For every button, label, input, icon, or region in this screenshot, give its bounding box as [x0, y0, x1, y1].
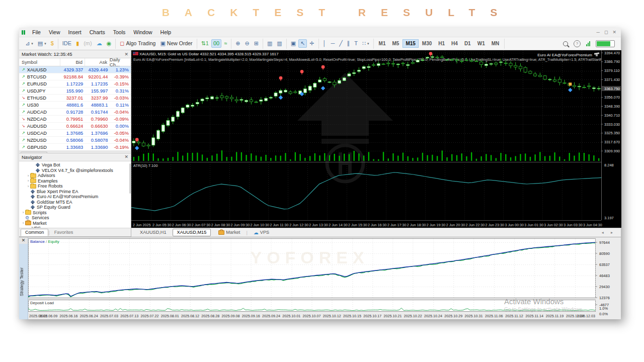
expand-icon[interactable]: ›: [21, 226, 25, 228]
close-icon[interactable]: ✕: [124, 154, 128, 159]
tab-favorites[interactable]: Favorites: [50, 229, 78, 236]
sell-marker-icon[interactable]: [135, 138, 139, 141]
zoom-in-button[interactable]: ⊕: [233, 39, 242, 48]
sell-marker-icon[interactable]: [429, 52, 433, 55]
expand-icon[interactable]: ›: [26, 173, 30, 178]
expand-icon[interactable]: ›: [26, 184, 30, 189]
text-tool-button[interactable]: T: [352, 39, 360, 48]
timeframe-w1[interactable]: W1: [474, 39, 488, 48]
algo-trading-button[interactable]: ◻Algo Trading: [118, 39, 157, 48]
help-icon[interactable]: ?: [574, 40, 581, 47]
horizontal-line-button[interactable]: ─: [329, 39, 337, 48]
sell-marker-icon[interactable]: [300, 70, 304, 73]
menu-insert[interactable]: Insert: [64, 28, 86, 36]
shapes-button[interactable]: ∷▾: [360, 39, 371, 48]
menu-view[interactable]: View: [45, 28, 64, 36]
ide-button[interactable]: IDE: [60, 39, 73, 48]
tree-item-blue-xpert-prime-ea[interactable]: Blue Xpert Prime EA: [19, 189, 131, 194]
table-row-us30[interactable]: ↗US3048881.648883.10.11%: [19, 102, 131, 109]
table-row-gbpusd[interactable]: ↗GBPUSD1.336831.33690-0.19%: [19, 144, 131, 151]
close-icon[interactable]: ✕: [124, 52, 128, 57]
tab-common[interactable]: Common: [21, 229, 48, 236]
trendline-button[interactable]: ╱: [337, 39, 345, 48]
mql5-button[interactable]: (m): [82, 39, 94, 48]
timeframe-m30[interactable]: M30: [419, 39, 435, 48]
tree-item-goldstar-mt5-ea[interactable]: GoldStar MT5 EA: [19, 199, 131, 205]
line-chart-mode-button[interactable]: ≈: [222, 39, 229, 48]
tree-item-euro-ai-ea-yoforexpremium[interactable]: Euro AI EA@YoForexPremium: [19, 194, 131, 200]
tree-item-scripts[interactable]: ›Scripts: [19, 210, 131, 215]
screenshot-button[interactable]: ▣: [289, 39, 298, 48]
table-row-ethusd[interactable]: ↘ETHUSD3237.013237.99-0.03%: [19, 95, 131, 102]
tree-item-velox-v4-7-fix-simpleforextools[interactable]: VELOX V4.7_fix @simpleforextools: [19, 167, 131, 173]
menu-charts[interactable]: Charts: [86, 28, 109, 36]
crosshair-button[interactable]: ✛: [307, 39, 316, 48]
price-chart[interactable]: XAUUSD, M15: Gold vs US Dollar 4332.521 …: [131, 50, 621, 228]
zoom-out-button[interactable]: ⊖: [243, 39, 251, 48]
table-row-audcad[interactable]: ↗AUDCAD0.917280.91744-0.04%: [19, 109, 131, 116]
sell-marker-icon[interactable]: [321, 65, 325, 69]
tree-item-vps[interactable]: ›☁VPS: [19, 226, 131, 228]
profiles-button[interactable]: ▤▾: [36, 39, 48, 48]
tree-item-examples[interactable]: ›Examples: [19, 178, 131, 184]
timeframe-m5[interactable]: M5: [389, 39, 402, 48]
tick-chart-button[interactable]: ⇅1: [199, 39, 211, 48]
vertical-line-button[interactable]: │: [321, 39, 329, 48]
channel-button[interactable]: ∥: [345, 39, 352, 48]
table-row-nzdcad[interactable]: ↘NZDCAD0.799510.79960-0.09%: [19, 116, 131, 123]
table-row-usdcad[interactable]: ↗USDCAD1.376851.37696-0.05%: [19, 130, 131, 137]
expand-icon[interactable]: ›: [21, 210, 25, 215]
chart-tab-xauusd-m15[interactable]: XAUUSD,M15: [173, 229, 211, 236]
marketplace-lock-icon[interactable]: ▮: [74, 39, 81, 48]
timeframe-h4[interactable]: H4: [448, 39, 461, 48]
grid-button[interactable]: ⊞: [252, 39, 261, 48]
candlestick-mode-button[interactable]: 00: [211, 39, 221, 48]
tree-item-free-robots[interactable]: ›Free Robots: [19, 184, 131, 189]
scrollbar[interactable]: [129, 163, 131, 194]
tree-item-advisors[interactable]: ›Advisors: [19, 173, 131, 178]
tree-item-sp-equity-guard[interactable]: SP Equity Guard: [19, 205, 131, 210]
table-row-btcusd[interactable]: ↗BTCUSD92188.8492201.44-0.39%: [19, 73, 131, 80]
new-order-button[interactable]: ▣New Order: [158, 39, 194, 48]
chart-canvas[interactable]: XAUUSD, M15: Gold vs US Dollar 4332.521 …: [131, 50, 621, 228]
tree-item-market[interactable]: ›Market: [19, 220, 131, 226]
timeframe-mn[interactable]: MN: [489, 39, 503, 48]
chart-tab-market[interactable]: Market: [214, 229, 245, 236]
close-button[interactable]: ✕: [612, 30, 616, 35]
cursor-button[interactable]: ↖: [298, 39, 307, 48]
timeframe-m15[interactable]: M15: [403, 39, 418, 48]
cloud-upload-icon[interactable]: ☁: [95, 39, 104, 48]
auto-scroll-button[interactable]: ▥: [275, 39, 284, 48]
search-icon[interactable]: [563, 41, 568, 46]
tree-item-services[interactable]: ⚙Services: [19, 215, 131, 221]
timeframe-h1[interactable]: H1: [435, 39, 448, 48]
column-header-1[interactable]: Bid: [60, 58, 85, 66]
close-icon[interactable]: ✕: [19, 237, 28, 244]
tab-scroll-arrows[interactable]: ◂ ▸: [602, 230, 621, 235]
table-row-eurusd[interactable]: ↗EURUSD1.172291.17235-0.15%: [19, 80, 131, 87]
table-row-nzdusd[interactable]: ↗NZDUSD0.580660.58078-0.04%: [19, 137, 131, 144]
shift-chart-button[interactable]: ▥: [265, 39, 274, 48]
sell-marker-icon[interactable]: [279, 76, 283, 80]
strategy-tester-tab[interactable]: Strategy Tester: [19, 244, 28, 319]
timeframe-m1[interactable]: M1: [376, 39, 389, 48]
menu-tools[interactable]: Tools: [109, 28, 130, 36]
menu-help[interactable]: Help: [156, 28, 176, 36]
chart-type-button[interactable]: ⊿▾: [23, 39, 35, 48]
community-icon[interactable]: ◉: [105, 39, 114, 48]
menu-window[interactable]: Window: [129, 28, 156, 36]
expand-icon[interactable]: ›: [26, 178, 30, 183]
chart-tab-vps[interactable]: ☁VPS: [249, 229, 274, 236]
expand-icon[interactable]: ›: [21, 221, 25, 225]
menu-file[interactable]: File: [28, 28, 45, 36]
column-header-3[interactable]: Daily Ch...: [110, 58, 131, 66]
column-header-2[interactable]: Ask: [85, 58, 110, 66]
column-header-0[interactable]: Symbol: [19, 58, 60, 66]
tree-item-vega-bot[interactable]: Vega Bot: [19, 162, 131, 168]
close-marker-icon[interactable]: [569, 82, 572, 85]
table-row-audusd[interactable]: ↘AUDUSD0.666240.666300.00%: [19, 123, 131, 130]
minimize-button[interactable]: ─: [597, 30, 600, 35]
maximize-button[interactable]: ◻: [604, 30, 608, 35]
chart-tab-xauusd-h1[interactable]: XAUUSD,H1: [135, 229, 171, 236]
dollar-button[interactable]: $: [49, 39, 56, 48]
